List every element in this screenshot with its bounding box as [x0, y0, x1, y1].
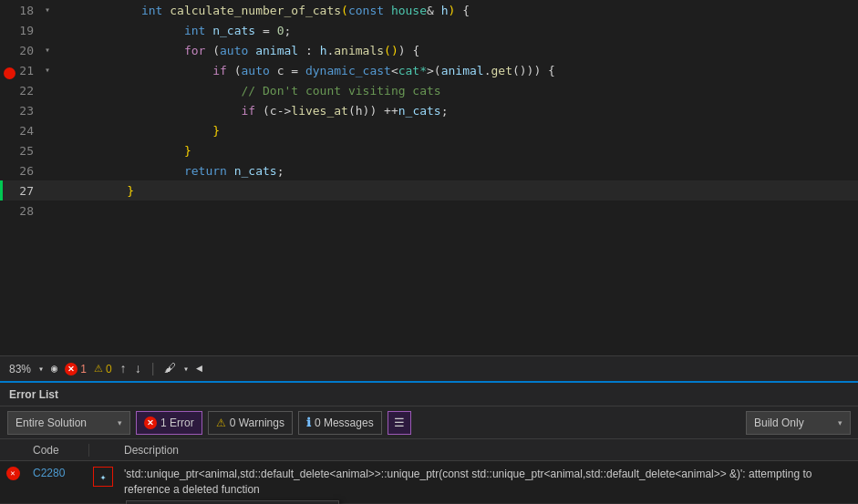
line-number: 21: [0, 64, 41, 77]
separator: |: [149, 362, 156, 376]
build-only-dropdown[interactable]: Build Only ▾: [746, 411, 851, 435]
warning-triangle-icon: ⚠: [94, 363, 103, 375]
row-copilot-icon[interactable]: ✦: [89, 465, 117, 489]
scope-dropdown[interactable]: Entire Solution ▾: [7, 411, 130, 435]
panel-title-bar: Error List: [0, 383, 858, 406]
line-number: 20: [0, 44, 41, 57]
dropdown-arrow[interactable]: ▾: [38, 364, 44, 375]
nav-down-btn[interactable]: ↓: [134, 362, 141, 376]
code-content: if (auto c = dynamic_cast<cat*>(animal.g…: [54, 50, 555, 91]
code-content: }: [54, 170, 134, 211]
line-number: 25: [0, 144, 41, 158]
build-only-label: Build Only: [754, 417, 804, 429]
error-list-panel: Error List Entire Solution ▾ ✕ 1 Error ⚠…: [0, 381, 858, 504]
fold-arrow[interactable]: ▾: [41, 5, 54, 15]
build-only-arrow: ▾: [838, 418, 842, 427]
error-filter-icon: ✕: [144, 417, 157, 429]
list-icon: ☰: [394, 416, 405, 430]
brush-icon[interactable]: 🖌: [164, 362, 176, 375]
info-filter-btn[interactable]: ℹ 0 Messages: [298, 411, 382, 435]
info-filter-icon: ℹ: [306, 416, 311, 429]
toolbar-dropdown-arrow[interactable]: ▾: [183, 364, 189, 375]
error-count-badge: ✕ 1: [65, 363, 87, 375]
error-filter-label: 1 Error: [160, 417, 194, 429]
line-number: 19: [0, 24, 41, 37]
row-error-icon: ✕: [0, 465, 26, 482]
error-x-icon: ✕: [65, 363, 78, 375]
code-line-active: 27 }: [0, 180, 858, 201]
line-number: 28: [0, 204, 41, 218]
line-number: 22: [0, 84, 41, 98]
filter-bar: Entire Solution ▾ ✕ 1 Error ⚠ 0 Warnings…: [0, 406, 858, 439]
zoom-level: 83%: [9, 363, 31, 375]
nav-up-btn[interactable]: ↑: [119, 362, 127, 376]
line-number: 18: [0, 4, 41, 17]
error-count-text: 1: [80, 363, 87, 375]
code-lines: 18 ▾ int calculate_number_of_cats(const …: [0, 0, 858, 221]
error-circle-icon: ✕: [6, 467, 20, 480]
line-number: 27: [0, 184, 41, 198]
table-header: Code Description: [0, 439, 858, 461]
warning-count-badge: ⚠ 0: [94, 363, 112, 375]
editor-toolbar: 83% ▾ ◉ ✕ 1 ⚠ 0 ↑ ↓ | 🖌 ▾ ◄: [0, 355, 858, 381]
row-code: C2280: [26, 465, 89, 481]
error-filter-btn[interactable]: ✕ 1 Error: [136, 411, 202, 435]
copilot-tooltip[interactable]: Ask Copilot for an explanation and a fix: [126, 500, 339, 504]
row-description: 'std::unique_ptr<animal,std::default_del…: [117, 465, 858, 499]
line-number: 24: [0, 124, 41, 138]
fold-arrow[interactable]: ▾: [41, 65, 54, 76]
th-description: Description: [117, 444, 858, 457]
status-dot-icon: ◉: [51, 362, 57, 375]
code-editor: 18 ▾ int calculate_number_of_cats(const …: [0, 0, 858, 355]
fold-arrow[interactable]: ▾: [41, 45, 54, 56]
breakpoint-dot: [4, 67, 16, 79]
warning-filter-label: 0 Warnings: [230, 417, 284, 429]
list-icon-btn[interactable]: ☰: [388, 411, 411, 435]
app-container: 18 ▾ int calculate_number_of_cats(const …: [0, 0, 858, 504]
th-code: Code: [26, 444, 89, 457]
active-line-indicator: [0, 180, 3, 201]
code-line-breakpoint: 21 ▾ if (auto c = dynamic_cast<cat*>(ani…: [0, 60, 858, 80]
warning-filter-btn[interactable]: ⚠ 0 Warnings: [208, 411, 293, 435]
warning-filter-icon: ⚠: [216, 417, 226, 429]
description-text: 'std::unique_ptr<animal,std::default_del…: [124, 468, 811, 496]
panel-title: Error List: [9, 388, 58, 401]
line-number: 23: [0, 104, 41, 118]
left-arrow-icon[interactable]: ◄: [196, 363, 202, 375]
line-number: 26: [0, 164, 41, 178]
copilot-icon-box: ✦: [93, 467, 113, 487]
info-filter-label: 0 Messages: [315, 417, 374, 429]
warning-count-text: 0: [106, 363, 112, 375]
scope-label: Entire Solution: [16, 417, 87, 429]
scope-dropdown-arrow: ▾: [118, 418, 122, 427]
table-row[interactable]: ✕ C2280 ✦ 'std::unique_ptr<animal,std::d…: [0, 461, 858, 504]
